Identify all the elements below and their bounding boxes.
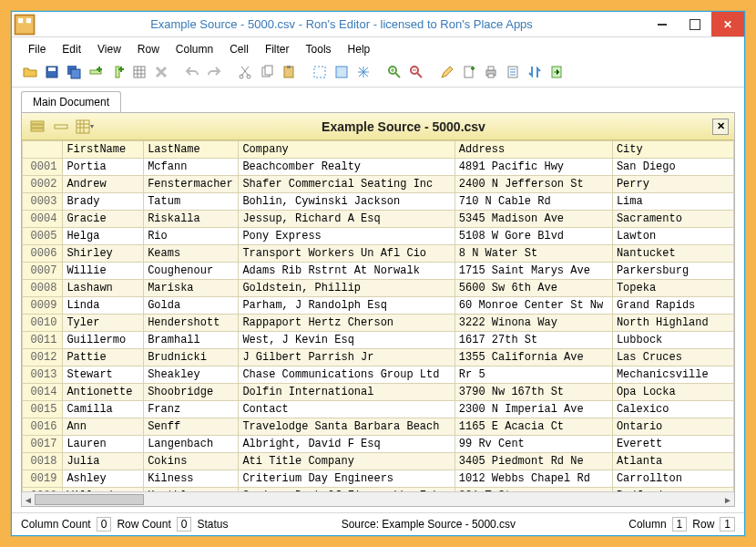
row-number[interactable]: 0013 [23,366,63,384]
row-number[interactable]: 0004 [23,211,63,228]
table-row[interactable]: 0012PattieBrudnickiJ Gilbert Parrish Jr1… [23,349,734,366]
table-row[interactable]: 0003BradyTatumBohlin, Cywinski Jackson71… [23,193,734,211]
row-number[interactable]: 0016 [23,418,63,436]
cell[interactable]: 1165 E Acacia Ct [455,418,612,436]
cell[interactable]: Hendershott [144,315,239,332]
cell[interactable]: Beachcomber Realty [239,159,455,176]
cell[interactable]: Pony Express [239,228,455,245]
undo-icon[interactable] [183,63,201,81]
table-row[interactable]: 0013StewartSheakleyChase Communications … [23,366,734,384]
row-number[interactable]: 0019 [23,470,63,488]
table-row[interactable]: 0017LaurenLangenbachAlbright, David F Es… [23,436,734,453]
cell[interactable]: 2400 N Jefferson St [455,176,612,193]
export-icon[interactable] [547,63,566,81]
copy-icon[interactable] [258,63,276,81]
cell[interactable]: J Gilbert Parrish Jr [239,349,455,366]
cell[interactable]: Grand Rapids [612,297,733,315]
singlerow-icon[interactable] [51,117,71,137]
cell[interactable]: Topeka [612,280,733,297]
cell[interactable]: Rr 5 [455,366,612,384]
row-number[interactable]: 0009 [23,297,63,315]
cell[interactable]: Tatum [144,193,239,211]
minimize-button[interactable] [646,12,679,36]
cell[interactable]: Mcfann [144,159,239,176]
table-row[interactable]: 0001PortiaMcfannBeachcomber Realty4891 P… [23,159,734,176]
cell[interactable]: Lubbock [612,332,733,349]
table-row[interactable]: 0007WillieCoughenourAdams Rib Rstrnt At … [23,263,734,280]
cell[interactable]: Ati Title Company [239,453,455,470]
zoomout-icon[interactable] [407,63,425,81]
cell[interactable]: Franz [144,401,239,418]
addrow-icon[interactable] [87,63,105,81]
cell[interactable]: Calexico [612,401,733,418]
row-number[interactable]: 0007 [23,263,63,280]
cell[interactable]: Julia [63,453,144,470]
cell[interactable]: Camilla [63,401,144,418]
table-row[interactable]: 0008LashawnMariskaGoldstein, Phillip5600… [23,280,734,297]
maximize-button[interactable] [679,12,711,36]
cell[interactable]: Bohlin, Cywinski Jackson [239,193,455,211]
delete-icon[interactable] [152,63,170,81]
menu-row[interactable]: Row [130,41,167,57]
row-number[interactable]: 0012 [23,349,63,366]
cell[interactable]: Parkersburg [612,263,733,280]
col-address[interactable]: Address [455,141,612,159]
row-number[interactable]: 0003 [23,193,63,211]
cell[interactable]: 5108 W Gore Blvd [455,228,612,245]
col-company[interactable]: Company [239,141,455,159]
cell[interactable]: Rappaport Hertz Cherson [239,315,455,332]
cell[interactable]: Keams [144,245,239,263]
saveall-icon[interactable] [65,63,83,81]
document-close-button[interactable]: ✕ [712,119,729,135]
cell[interactable]: 4891 Pacific Hwy [455,159,612,176]
cell[interactable]: Criterium Day Engineers [239,470,455,488]
cell[interactable]: 1012 Webbs Chapel Rd [455,470,612,488]
cell[interactable]: Andrew [63,176,144,193]
edit-icon[interactable] [438,63,456,81]
cell[interactable]: San Diego [612,159,733,176]
redo-icon[interactable] [205,63,223,81]
cell[interactable]: 5345 Madison Ave [455,211,612,228]
cell[interactable]: 3790 Nw 167th St [455,384,612,401]
cell[interactable]: Chase Communications Group Ltd [239,366,455,384]
cell[interactable]: Lima [612,193,733,211]
cell[interactable]: Cokins [144,453,239,470]
menu-help[interactable]: Help [341,41,378,57]
zoomin-icon[interactable] [385,63,404,81]
cell[interactable]: 3405 Piedmont Rd Ne [455,453,612,470]
titlebar[interactable]: Example Source - 5000.csv - Ron's Editor… [12,12,744,37]
cell[interactable]: 1617 27th St [455,332,612,349]
col-city[interactable]: City [612,141,733,159]
row-number[interactable]: 0014 [23,384,63,401]
tab-main-document[interactable]: Main Document [21,91,121,112]
row-number[interactable]: 0015 [23,401,63,418]
close-button[interactable] [711,12,744,36]
cell[interactable]: Contact [239,401,455,418]
open-icon[interactable] [21,63,39,81]
cell[interactable]: Ashley [63,470,144,488]
cell[interactable]: Carrollton [612,470,733,488]
row-number[interactable]: 0008 [23,280,63,297]
gridview-icon[interactable]: ▾ [75,117,95,137]
scroll-left-icon[interactable]: ◄ [22,492,35,507]
cell[interactable]: Riskalla [144,211,239,228]
header-row[interactable]: FirstName LastName Company Address City [23,141,734,159]
table-row[interactable]: 0016AnnSenffTravelodge Santa Barbara Bea… [23,418,734,436]
selectall-icon[interactable] [332,63,351,81]
row-number[interactable]: 0011 [23,332,63,349]
table-row[interactable]: 0004GracieRiskallaJessup, Richard A Esq5… [23,211,734,228]
cell[interactable]: Langenbach [144,436,239,453]
cell[interactable]: Everett [612,436,733,453]
cut-icon[interactable] [236,63,254,81]
sort-icon[interactable] [526,63,544,81]
cell[interactable]: Kilness [144,470,239,488]
cell[interactable]: Linda [63,297,144,315]
cell[interactable]: Adams Rib Rstrnt At Norwalk [239,263,455,280]
cell[interactable]: Parham, J Randolph Esq [239,297,455,315]
cell[interactable]: Brudnicki [144,349,239,366]
row-number[interactable]: 0018 [23,453,63,470]
cell[interactable]: Mechanicsville [612,366,733,384]
horizontal-scrollbar[interactable]: ◄ ► [22,491,734,506]
print-icon[interactable] [482,63,500,81]
cell[interactable]: 8 N Water St [455,245,612,263]
